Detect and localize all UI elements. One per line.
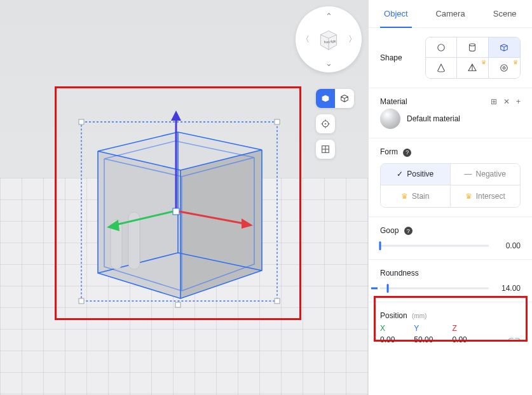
premium-badge-icon: ♛ (481, 59, 486, 65)
axis-y-label: Y (414, 324, 433, 333)
svg-text:front: front (324, 41, 331, 44)
crown-icon: ♛ (401, 192, 408, 201)
view-orientation-gizmo[interactable]: ⌃ ⌄ 〈 〉 front right (296, 6, 362, 72)
svg-point-19 (501, 65, 508, 72)
roundness-section: Roundness 14.00 (369, 260, 532, 302)
material-actions: ⊞ ✕ + (491, 97, 521, 106)
form-help-icon[interactable]: ? (403, 149, 411, 157)
shape-pyramid[interactable]: ♛ (457, 58, 488, 78)
tab-scene[interactable]: Scene (477, 0, 532, 27)
render-wire-button[interactable] (335, 89, 354, 108)
svg-point-17 (438, 44, 445, 51)
axis-x-label: X (380, 324, 395, 333)
svg-rect-3 (173, 208, 179, 215)
viewport-3d[interactable]: ⌃ ⌄ 〈 〉 front right (0, 0, 368, 395)
orbit-up-arrow[interactable]: ⌃ (323, 10, 334, 22)
check-icon: ✓ (397, 170, 403, 178)
position-section: Position (mm) X 0.00 Y 50.00 Z 0.00 ⊂⊃ (369, 302, 532, 353)
shape-cone[interactable] (426, 58, 457, 78)
render-solid-button[interactable] (316, 89, 335, 108)
material-current[interactable]: Default material (380, 109, 521, 129)
svg-point-15 (325, 123, 326, 124)
form-intersect[interactable]: ♛ Intersect (451, 185, 521, 207)
orbit-right-arrow[interactable]: 〉 (346, 34, 358, 45)
svg-rect-9 (79, 298, 84, 304)
axis-z-label: Z (452, 324, 467, 333)
svg-point-18 (470, 43, 475, 45)
shape-torus[interactable]: ♛ (489, 58, 520, 78)
form-stain[interactable]: ♛ Stain (381, 185, 451, 207)
svg-point-20 (503, 67, 505, 69)
svg-rect-7 (79, 119, 84, 124)
svg-rect-10 (275, 298, 280, 304)
material-shuffle-icon[interactable]: ✕ (503, 97, 510, 106)
form-section: Form ? ✓ Positive — Negative ♛ Stain ♛ I… (369, 138, 532, 217)
position-label: Position (380, 311, 407, 320)
shape-section: Shape ♛ (369, 28, 532, 88)
roundness-slider[interactable] (380, 284, 489, 293)
shape-picker: ♛ ♛ (425, 37, 521, 79)
grid-toggle-button[interactable] (316, 140, 335, 159)
goop-slider[interactable] (380, 241, 489, 250)
goop-section: Goop ? 0.00 (369, 217, 532, 260)
material-name: Default material (407, 114, 460, 123)
form-negative[interactable]: — Negative (451, 164, 521, 185)
svg-rect-11 (175, 302, 181, 307)
position-x-value[interactable]: 0.00 (380, 335, 395, 344)
tab-camera[interactable]: Camera (423, 0, 478, 27)
position-z-value[interactable]: 0.00 (452, 335, 467, 344)
minus-icon: — (465, 170, 472, 178)
material-label: Material (380, 97, 407, 106)
shape-sphere[interactable] (426, 37, 457, 58)
premium-badge-icon: ♛ (513, 59, 518, 65)
goop-help-icon[interactable]: ? (404, 227, 413, 235)
view-cube[interactable]: front right (317, 28, 340, 51)
selected-object-cube[interactable] (74, 110, 285, 309)
shape-label: Shape (380, 53, 402, 62)
orbit-down-arrow[interactable]: ⌄ (323, 57, 334, 69)
goop-value: 0.00 (495, 241, 521, 250)
roundness-label: Roundness (380, 269, 419, 278)
svg-rect-8 (275, 119, 280, 124)
crown-icon: ♛ (465, 192, 472, 201)
viewport-tool-column (316, 89, 354, 159)
inspector-panel: Object Camera Scene Shape (368, 0, 532, 395)
material-section: Material ⊞ ✕ + Default material (369, 88, 532, 138)
inspector-tabs: Object Camera Scene (369, 0, 532, 28)
goop-label: Goop (380, 226, 399, 235)
shape-cylinder[interactable] (457, 37, 488, 58)
svg-text:right: right (331, 40, 337, 43)
material-add-icon[interactable]: + (516, 97, 521, 106)
form-positive[interactable]: ✓ Positive (381, 164, 451, 185)
orbit-left-arrow[interactable]: 〈 (299, 34, 311, 45)
form-picker: ✓ Positive — Negative ♛ Stain ♛ Intersec… (380, 163, 521, 208)
recenter-button[interactable] (316, 114, 335, 133)
material-library-icon[interactable]: ⊞ (491, 97, 497, 106)
shape-cube[interactable] (489, 37, 520, 58)
link-axes-icon[interactable]: ⊂⊃ (508, 335, 521, 344)
position-y-value[interactable]: 50.00 (414, 335, 433, 344)
tab-object[interactable]: Object (369, 0, 423, 27)
position-unit: (mm) (412, 312, 426, 319)
form-label: Form (380, 147, 398, 156)
render-mode-toggle (316, 89, 354, 108)
material-preview-sphere (380, 109, 400, 129)
roundness-value: 14.00 (495, 284, 521, 293)
